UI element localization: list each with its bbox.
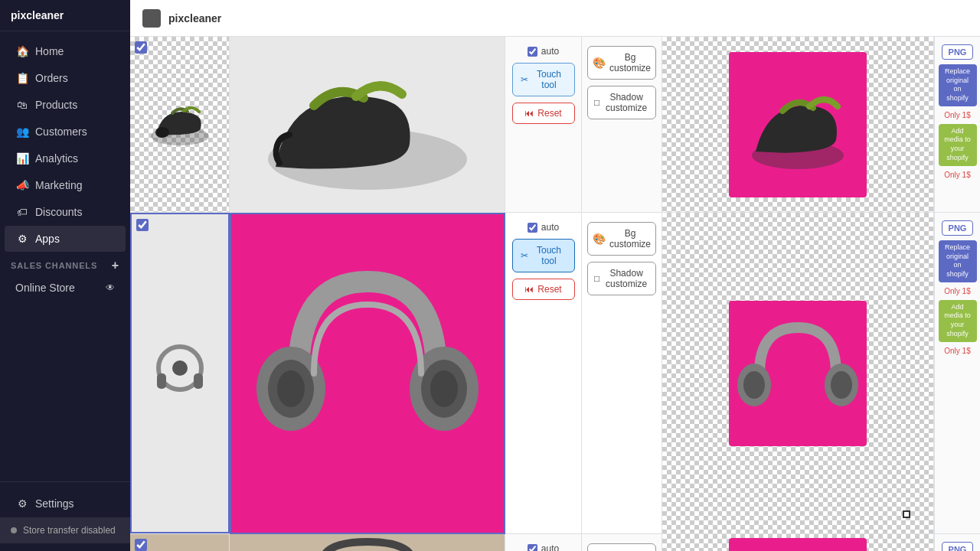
bg-customize-btn-1[interactable]: 🎨 Bg customize (587, 46, 656, 80)
right-col-2: PNG Replace original on shopify Only 1$ … (934, 213, 980, 533)
sidebar-item-home[interactable]: 🏠 Home (5, 38, 126, 64)
row-3-checkbox[interactable] (135, 539, 147, 551)
product-row-3: 🗑 (130, 534, 980, 551)
shadow-customize-btn-1[interactable]: □ Shadow customize (587, 86, 656, 119)
store-name: pixcleaner (11, 9, 119, 21)
settings-label: Settings (35, 497, 74, 510)
sidebar-item-settings[interactable]: ⚙ Settings (5, 491, 126, 517)
reset-btn-1[interactable]: ⏮ Reset (512, 103, 575, 124)
auto-checkbox-3[interactable] (528, 544, 537, 552)
result-sneaker-svg (737, 64, 859, 186)
sidebar-item-discounts[interactable]: 🏷 Discounts (5, 199, 126, 225)
auto-checkbox-1[interactable] (528, 47, 537, 57)
row-2-checkbox[interactable] (136, 219, 149, 231)
sneaker-preview-svg (237, 37, 498, 213)
row-1-checkbox[interactable] (135, 41, 147, 54)
home-icon: 🏠 (15, 44, 29, 58)
cursor-indicator (903, 510, 910, 518)
preview-col-2 (230, 213, 505, 534)
sidebar-item-marketing[interactable]: 📣 Marketing (5, 172, 126, 198)
thumbnail-col-3: 🗑 (130, 534, 230, 551)
marketing-icon: 📣 (15, 178, 29, 192)
reset-btn-2[interactable]: ⏮ Reset (512, 279, 575, 300)
sidebar-item-analytics[interactable]: 📊 Analytics (5, 145, 126, 171)
svg-point-16 (430, 370, 458, 407)
add-channel-icon[interactable]: + (112, 259, 119, 272)
sidebar-item-online-store[interactable]: Online Store 👁 (5, 276, 126, 299)
channels-label: SALES CHANNELS (11, 261, 97, 270)
sidebar-item-orders-label: Orders (35, 72, 68, 84)
add-shopify-btn-2[interactable]: Add media to your shopify (939, 300, 977, 342)
controls-col-1: auto ✂ Touch tool ⏮ Reset (505, 37, 582, 212)
discounts-icon: 🏷 (15, 205, 29, 219)
svg-point-1 (155, 127, 169, 138)
visibility-icon: 👁 (106, 282, 115, 293)
grid-area: auto ✂ Touch tool ⏮ Reset 🎨 Bg cus (130, 37, 980, 551)
result-col-1 (662, 37, 934, 212)
sidebar-item-home-label: Home (35, 45, 64, 57)
result-sneaker-1 (729, 52, 867, 197)
preview-col-1 (230, 37, 505, 213)
settings-icon: ⚙ (15, 497, 29, 510)
bg-customize-btn-2[interactable]: 🎨 Bg customize (587, 222, 656, 256)
sidebar-item-apps[interactable]: ⚙ Apps (5, 226, 126, 252)
reset-icon-2: ⏮ (524, 284, 534, 295)
sidebar-item-orders[interactable]: 📋 Orders (5, 65, 126, 91)
store-transfer-dot (11, 527, 17, 533)
touch-tool-btn-1[interactable]: ✂ Touch tool (512, 63, 575, 96)
touch-tool-btn-2[interactable]: ✂ Touch tool (512, 239, 575, 272)
touch-icon-2: ✂ (521, 250, 528, 261)
right-col-3: PNG Replace original on shopify Only 1$ … (934, 534, 980, 551)
topbar: pixcleaner (130, 0, 980, 37)
right-col-1: PNG Replace original on shopify Only 1$ … (934, 37, 980, 212)
sidebar-footer: ⚙ Settings Store transfer disabled (0, 481, 130, 551)
auto-checkbox-2[interactable] (528, 223, 537, 233)
result-headphone-2 (729, 301, 867, 446)
product-table: auto ✂ Touch tool ⏮ Reset 🎨 Bg cus (130, 37, 980, 551)
replace-btn-1[interactable]: Replace original on shopify (939, 64, 977, 106)
sidebar-item-marketing-label: Marketing (35, 179, 82, 191)
shadow-icon-2: □ (594, 273, 599, 284)
sidebar-item-apps-label: Apps (35, 233, 60, 245)
sidebar-nav: 🏠 Home 📋 Orders 🛍 Products 👥 Customers 📊… (0, 31, 130, 481)
controls-col-2: auto ✂ Touch tool ⏮ Reset (505, 213, 582, 533)
thumbnail-col-1 (130, 37, 230, 212)
topbar-app-name: pixcleaner (168, 12, 221, 24)
shadow-col-1: 🎨 Bg customize □ Shadow customize (582, 37, 662, 212)
result-col-2 (662, 213, 934, 533)
svg-point-13 (277, 370, 305, 407)
online-store-label: Online Store (15, 282, 75, 294)
shadow-col-2: 🎨 Bg customize □ Shadow customize (582, 213, 662, 533)
sidebar: pixcleaner 🏠 Home 📋 Orders 🛍 Products 👥 … (0, 0, 130, 551)
only-text-1: Only 1$ (944, 111, 970, 119)
auto-checkbox-row-2: auto (528, 222, 559, 233)
only-text-2b: Only 1$ (944, 347, 970, 355)
controls-col-3: auto ✂ Touch tool ⏮ Reset (505, 534, 582, 551)
products-icon: 🛍 (15, 98, 29, 112)
replace-btn-2[interactable]: Replace original on shopify (939, 240, 977, 282)
svg-rect-7 (157, 373, 166, 389)
product-row-1: auto ✂ Touch tool ⏮ Reset 🎨 Bg cus (130, 37, 980, 213)
auto-label-2: auto (541, 222, 559, 233)
shadow-customize-btn-2[interactable]: □ Shadow customize (587, 262, 656, 295)
shadow-col-3: 🎨 Bg customize □ Shadow customize (582, 534, 662, 551)
sidebar-item-products[interactable]: 🛍 Products (5, 92, 126, 118)
bg-customize-btn-3[interactable]: 🎨 Bg customize (587, 543, 656, 551)
svg-point-21 (831, 371, 852, 399)
auto-label-3: auto (541, 543, 559, 551)
shadow-icon-1: □ (594, 97, 599, 108)
only-text-2: Only 1$ (944, 287, 970, 295)
auto-checkbox-row-1: auto (528, 46, 559, 57)
result-headphone-svg (733, 305, 863, 442)
add-shopify-btn-1[interactable]: Add media to your shopify (939, 124, 977, 166)
orders-icon: 📋 (15, 71, 29, 85)
store-transfer-label: Store transfer disabled (23, 525, 116, 536)
bg-icon-2: 🎨 (593, 233, 606, 245)
sidebar-item-analytics-label: Analytics (35, 152, 78, 165)
sidebar-item-customers[interactable]: 👥 Customers (5, 119, 126, 145)
result-purse-3 (729, 538, 867, 552)
format-badge-2: PNG (942, 220, 974, 236)
svg-rect-8 (194, 373, 203, 389)
sneaker-thumbnail-svg (145, 90, 214, 159)
channels-section-label: SALES CHANNELS + (0, 253, 130, 276)
